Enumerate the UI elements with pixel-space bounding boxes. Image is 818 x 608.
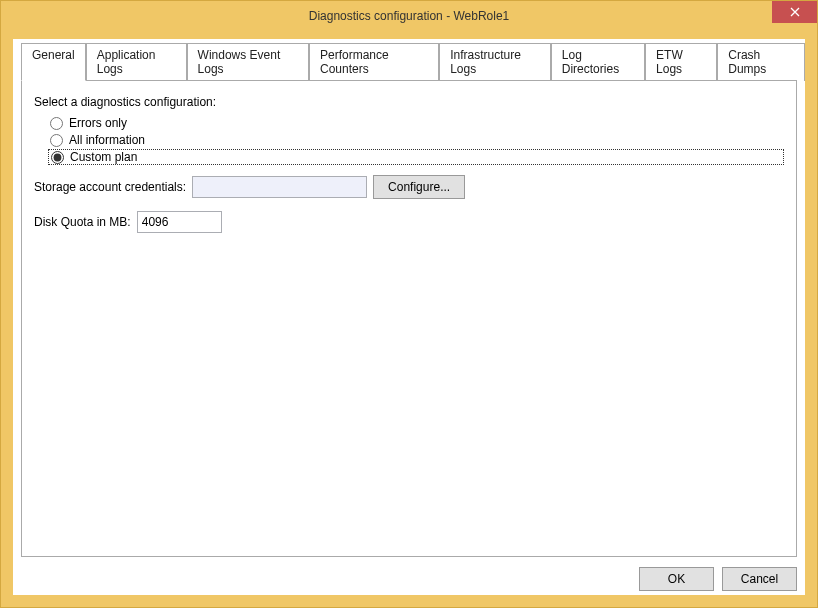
tab-label: Performance Counters [320,48,389,76]
tab-label: Crash Dumps [728,48,766,76]
storage-credentials-row: Storage account credentials: Configure..… [34,175,784,199]
radio-label-all-information[interactable]: All information [69,133,145,147]
ok-button[interactable]: OK [639,567,714,591]
tab-label: Log Directories [562,48,619,76]
tab-panel-general: Select a diagnostics configuration: Erro… [21,80,797,557]
radio-row-all-information: All information [48,132,784,148]
radio-row-errors-only: Errors only [48,115,784,131]
radio-custom-plan[interactable] [51,151,64,164]
storage-credentials-input[interactable] [192,176,367,198]
tab-label: General [32,48,75,62]
disk-quota-row: Disk Quota in MB: [34,211,784,233]
dialog-window: Diagnostics configuration - WebRole1 Gen… [0,0,818,608]
tab-label: Application Logs [97,48,156,76]
radio-label-custom-plan[interactable]: Custom plan [70,150,137,164]
title-bar: Diagnostics configuration - WebRole1 [1,1,817,31]
tab-crash-dumps[interactable]: Crash Dumps [717,43,805,81]
tab-general[interactable]: General [21,43,86,81]
tab-windows-event-logs[interactable]: Windows Event Logs [187,43,309,81]
dialog-footer: OK Cancel [13,557,805,595]
config-section-label: Select a diagnostics configuration: [34,95,784,109]
radio-label-errors-only[interactable]: Errors only [69,116,127,130]
radio-all-information[interactable] [50,134,63,147]
window-title: Diagnostics configuration - WebRole1 [309,9,510,23]
tab-strip: General Application Logs Windows Event L… [13,39,805,81]
cancel-button[interactable]: Cancel [722,567,797,591]
disk-quota-input[interactable] [137,211,222,233]
radio-row-custom-plan: Custom plan [48,149,784,165]
content-area: General Application Logs Windows Event L… [13,39,805,595]
tab-label: ETW Logs [656,48,683,76]
tab-label: Windows Event Logs [198,48,281,76]
config-radio-group: Errors only All information Custom plan [48,115,784,165]
tab-infrastructure-logs[interactable]: Infrastructure Logs [439,43,551,81]
configure-button[interactable]: Configure... [373,175,465,199]
radio-errors-only[interactable] [50,117,63,130]
close-button[interactable] [772,1,817,23]
storage-credentials-label: Storage account credentials: [34,180,186,194]
tab-performance-counters[interactable]: Performance Counters [309,43,439,81]
tab-application-logs[interactable]: Application Logs [86,43,187,81]
tab-etw-logs[interactable]: ETW Logs [645,43,717,81]
close-icon [790,7,800,17]
disk-quota-label: Disk Quota in MB: [34,215,131,229]
tab-label: Infrastructure Logs [450,48,521,76]
tab-log-directories[interactable]: Log Directories [551,43,645,81]
